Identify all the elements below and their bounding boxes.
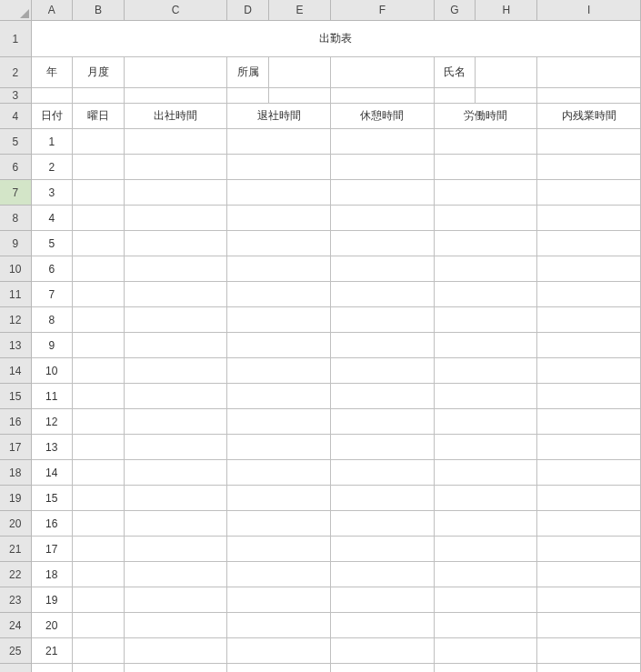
th-weekday[interactable]: 曜日 — [73, 104, 125, 129]
th-work[interactable]: 労働時間 — [434, 104, 537, 129]
col-header-E[interactable]: E — [268, 0, 330, 21]
cell-date-10[interactable]: 10 — [31, 358, 72, 384]
th-clock-out[interactable]: 退社時間 — [227, 104, 331, 129]
cell-clockout-14[interactable] — [227, 460, 331, 486]
row-header-6[interactable]: 6 — [0, 155, 31, 180]
cell-weekday-4[interactable] — [73, 206, 125, 231]
cell-clockin-1[interactable] — [124, 129, 227, 155]
cell-clockout-17[interactable] — [227, 537, 331, 562]
cell-clockin-15[interactable] — [124, 486, 227, 511]
row-header-17[interactable]: 17 — [0, 435, 31, 460]
cell-overtime-16[interactable] — [537, 511, 641, 537]
row-header-22[interactable]: 22 — [0, 562, 31, 587]
cell-break-16[interactable] — [331, 511, 435, 537]
cell-weekday-7[interactable] — [73, 282, 125, 307]
cell-date-20[interactable]: 20 — [31, 613, 72, 638]
cell-overtime-1[interactable] — [537, 129, 641, 155]
cell-overtime-12[interactable] — [537, 409, 641, 435]
cell-clockout-2[interactable] — [227, 155, 331, 180]
cell-weekday-13[interactable] — [73, 435, 125, 460]
cell-date-8[interactable]: 8 — [31, 307, 72, 333]
cell-break-2[interactable] — [331, 155, 435, 180]
cell-clockin-2[interactable] — [124, 155, 227, 180]
cell-date-6[interactable]: 6 — [31, 256, 72, 282]
cell-overtime-7[interactable] — [537, 282, 641, 307]
th-date[interactable]: 日付 — [31, 104, 72, 129]
cell-overtime-18[interactable] — [537, 562, 641, 587]
cell-clockout-18[interactable] — [227, 562, 331, 587]
row-header-7[interactable]: 7 — [0, 180, 31, 206]
col-header-D[interactable]: D — [227, 0, 268, 21]
cell-date-15[interactable]: 15 — [31, 486, 72, 511]
cell-clockout-1[interactable] — [227, 129, 331, 155]
cell-work-21[interactable] — [434, 638, 537, 664]
cell-clockout-21[interactable] — [227, 638, 331, 664]
cell-clockin-11[interactable] — [124, 384, 227, 409]
cell-H2[interactable] — [476, 57, 537, 88]
row-header-20[interactable]: 20 — [0, 511, 31, 537]
cell-weekday-21[interactable] — [73, 638, 125, 664]
cell-weekday-5[interactable] — [73, 231, 125, 256]
row-header-14[interactable]: 14 — [0, 358, 31, 384]
cell-date-2[interactable]: 2 — [31, 155, 72, 180]
row-header-13[interactable]: 13 — [0, 333, 31, 358]
cell-overtime-8[interactable] — [537, 307, 641, 333]
cell-weekday-9[interactable] — [73, 333, 125, 358]
cell-overtime-22[interactable] — [537, 664, 641, 673]
cell-break-3[interactable] — [331, 180, 435, 206]
cell-date-1[interactable]: 1 — [31, 129, 72, 155]
cell-clockin-18[interactable] — [124, 562, 227, 587]
cell-work-16[interactable] — [434, 511, 537, 537]
row-header-9[interactable]: 9 — [0, 231, 31, 256]
cell-weekday-6[interactable] — [73, 256, 125, 282]
row-header-3[interactable]: 3 — [0, 88, 31, 104]
cell-weekday-8[interactable] — [73, 307, 125, 333]
input-name[interactable] — [537, 57, 641, 88]
cell-r3-7[interactable] — [476, 88, 537, 104]
cell-weekday-1[interactable] — [73, 129, 125, 155]
cell-clockin-21[interactable] — [124, 638, 227, 664]
cell-clockin-17[interactable] — [124, 537, 227, 562]
cell-date-12[interactable]: 12 — [31, 409, 72, 435]
row-header-18[interactable]: 18 — [0, 460, 31, 486]
cell-work-14[interactable] — [434, 460, 537, 486]
cell-break-8[interactable] — [331, 307, 435, 333]
cell-break-17[interactable] — [331, 537, 435, 562]
cell-work-13[interactable] — [434, 435, 537, 460]
cell-break-4[interactable] — [331, 206, 435, 231]
row-header-19[interactable]: 19 — [0, 486, 31, 511]
cell-break-6[interactable] — [331, 256, 435, 282]
cell-date-3[interactable]: 3 — [31, 180, 72, 206]
cell-break-13[interactable] — [331, 435, 435, 460]
col-header-B[interactable]: B — [73, 0, 125, 21]
cell-date-13[interactable]: 13 — [31, 435, 72, 460]
cell-work-12[interactable] — [434, 409, 537, 435]
cell-weekday-2[interactable] — [73, 155, 125, 180]
cell-weekday-22[interactable] — [73, 664, 125, 673]
cell-clockout-15[interactable] — [227, 486, 331, 511]
cell-break-9[interactable] — [331, 333, 435, 358]
row-header-24[interactable]: 24 — [0, 613, 31, 638]
cell-overtime-19[interactable] — [537, 587, 641, 613]
label-year[interactable]: 年 — [31, 57, 72, 88]
cell-r3-0[interactable] — [31, 88, 72, 104]
cell-clockout-4[interactable] — [227, 206, 331, 231]
cell-r3-4[interactable] — [268, 88, 330, 104]
cell-weekday-20[interactable] — [73, 613, 125, 638]
cell-overtime-15[interactable] — [537, 486, 641, 511]
cell-weekday-18[interactable] — [73, 562, 125, 587]
col-header-G[interactable]: G — [434, 0, 475, 21]
cell-overtime-11[interactable] — [537, 384, 641, 409]
row-header-2[interactable]: 2 — [0, 57, 31, 88]
label-month[interactable]: 月度 — [73, 57, 125, 88]
cell-work-8[interactable] — [434, 307, 537, 333]
cell-work-17[interactable] — [434, 537, 537, 562]
col-header-A[interactable]: A — [31, 0, 72, 21]
cell-clockin-22[interactable] — [124, 664, 227, 673]
cell-clockin-10[interactable] — [124, 358, 227, 384]
cell-date-22[interactable]: 22 — [31, 664, 72, 673]
col-header-F[interactable]: F — [331, 0, 435, 21]
cell-weekday-19[interactable] — [73, 587, 125, 613]
cell-r3-5[interactable] — [331, 88, 435, 104]
cell-overtime-6[interactable] — [537, 256, 641, 282]
